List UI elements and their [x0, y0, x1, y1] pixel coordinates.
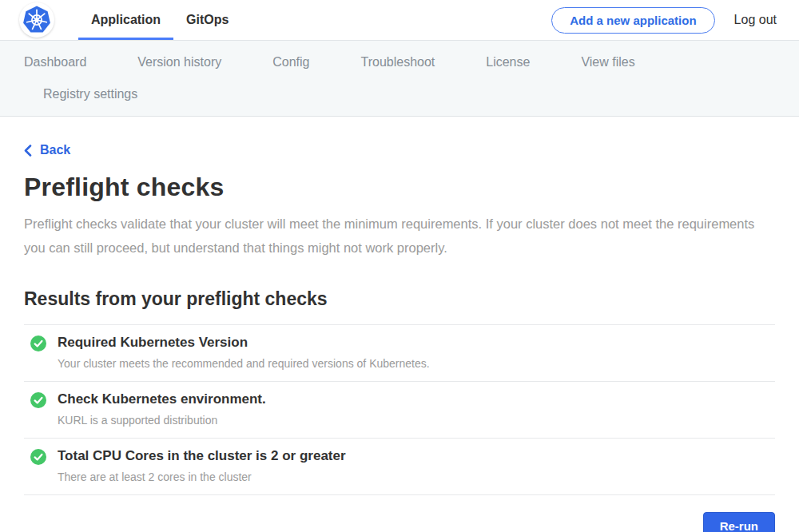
- subnav-item-view-files[interactable]: View files: [581, 55, 634, 69]
- app-logo[interactable]: [19, 0, 54, 40]
- log-out-link[interactable]: Log out: [734, 13, 777, 27]
- tab-gitops[interactable]: GitOps: [173, 0, 241, 40]
- subnav-item-troubleshoot[interactable]: Troubleshoot: [360, 55, 435, 69]
- app-subnav: Dashboard Version history Config Trouble…: [0, 41, 799, 117]
- subnav-item-dashboard[interactable]: Dashboard: [24, 55, 86, 69]
- check-body: Check Kubernetes environment. KURL is a …: [58, 391, 266, 427]
- rerun-button[interactable]: Re-run: [703, 512, 775, 532]
- page-description: Preflight checks validate that your clus…: [24, 212, 757, 260]
- subnav-item-license[interactable]: License: [486, 55, 530, 69]
- subnav-item-config[interactable]: Config: [272, 55, 309, 69]
- check-description: There are at least 2 cores in the cluste…: [58, 470, 346, 483]
- subnav-row-1: Dashboard Version history Config Trouble…: [24, 50, 775, 74]
- topbar-actions: Add a new application Log out: [551, 0, 777, 40]
- back-link[interactable]: Back: [24, 143, 70, 157]
- subnav-row-2: Registry settings: [24, 82, 775, 106]
- check-body: Total CPU Cores in the cluster is 2 or g…: [58, 448, 346, 483]
- tab-application[interactable]: Application: [78, 0, 173, 40]
- primary-tabs: Application GitOps: [78, 0, 241, 40]
- tab-gitops-label: GitOps: [186, 13, 229, 27]
- kubernetes-logo-icon: [19, 2, 54, 38]
- check-item-kubernetes-version: Required Kubernetes Version Your cluster…: [24, 325, 775, 382]
- add-new-application-button[interactable]: Add a new application: [551, 7, 714, 34]
- subnav-item-registry-settings[interactable]: Registry settings: [43, 87, 137, 101]
- tab-application-label: Application: [91, 13, 161, 27]
- check-circle-icon: [30, 392, 46, 408]
- check-circle-icon: [30, 449, 46, 465]
- page-title: Preflight checks: [24, 173, 775, 202]
- subnav-item-version-history[interactable]: Version history: [137, 55, 221, 69]
- chevron-left-icon: [24, 145, 32, 157]
- check-description: Your cluster meets the recommended and r…: [58, 357, 430, 370]
- check-item-total-cpu-cores: Total CPU Cores in the cluster is 2 or g…: [24, 439, 775, 495]
- results-heading: Results from your preflight checks: [24, 288, 775, 310]
- check-body: Required Kubernetes Version Your cluster…: [58, 335, 430, 370]
- topbar-spacer: [241, 0, 551, 40]
- check-description: KURL is a supported distribution: [58, 414, 266, 427]
- check-title: Required Kubernetes Version: [58, 335, 430, 351]
- main-content: Back Preflight checks Preflight checks v…: [0, 117, 799, 532]
- check-title: Total CPU Cores in the cluster is 2 or g…: [58, 448, 346, 464]
- check-title: Check Kubernetes environment.: [58, 391, 266, 407]
- back-link-label: Back: [40, 143, 70, 157]
- top-header: Application GitOps Add a new application…: [0, 0, 799, 41]
- actions-row: Re-run: [24, 512, 775, 532]
- check-circle-icon: [30, 335, 46, 351]
- preflight-checks-list: Required Kubernetes Version Your cluster…: [24, 324, 775, 495]
- check-item-kubernetes-environment: Check Kubernetes environment. KURL is a …: [24, 382, 775, 439]
